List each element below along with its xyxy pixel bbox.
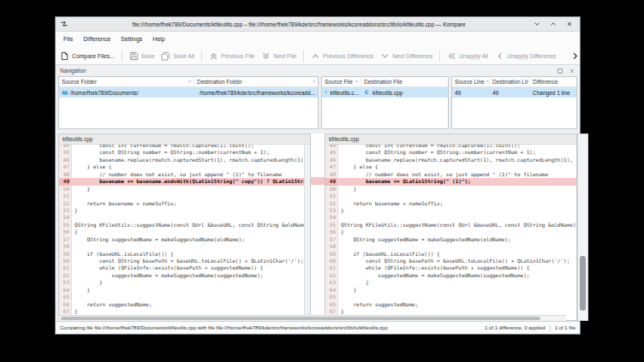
difference-list-row[interactable]: 4949Changed 1 line [452,87,576,98]
win-min-icon [533,20,541,28]
menu-file[interactable]: File [58,32,78,47]
code-line-48[interactable]: 48 // number does not exist, so just app… [59,171,304,178]
vertical-scrollbar[interactable] [577,134,588,321]
line-text: } [72,186,304,193]
code-line-54[interactable]: 54 [325,214,576,221]
compare-files-button[interactable]: Compare Files... [60,51,115,61]
code-line-58[interactable]: 58 [59,243,304,250]
line-text: QString KFileUtils::suggestName(const QU… [338,222,576,228]
code-line-62[interactable]: 62 suggestedName = makeSuggestedName(sug… [59,272,304,279]
code-line-49[interactable]: 49 basename += basename.endsWith(QLatin1… [59,178,304,185]
code-line-53[interactable]: 53} [59,207,304,214]
unapply-difference-button[interactable]: Unapply Difference [495,51,557,61]
code-line-56[interactable]: 56{ [59,228,304,235]
code-line-65[interactable]: 65 [59,294,304,300]
code-line-57[interactable]: 57 QString suggestedName = makeSuggested… [59,236,304,243]
line-number: 52 [325,200,338,207]
column-header-source-folder[interactable]: Source Folder^ [59,77,194,86]
dock-close-icon [569,68,575,74]
maximize-button[interactable] [549,20,558,28]
source-pane-scrollbar[interactable] [304,145,310,320]
diff-pane-destination: kfileutils.cpp 44 const int currentNum =… [325,134,577,321]
code-line-53[interactable]: 53} [325,207,576,214]
code-line-51[interactable]: 51 [325,193,576,199]
code-line-59[interactable]: 59 if (baseURL.isLocalFile()) { [325,251,576,258]
next-file-button[interactable]: Next File [261,51,296,61]
code-line-65[interactable]: 65 [325,294,576,300]
menu-settings[interactable]: Settings [116,32,147,47]
status-separator [550,324,551,332]
column-header-difference[interactable]: Difference [530,77,576,86]
save-all-button[interactable]: Save All [161,51,194,61]
code-line-64[interactable]: 64 } [59,287,304,294]
line-number: 48 [59,171,72,178]
code-line-50[interactable]: 50 } [325,186,576,193]
menu-help[interactable]: Help [147,32,170,47]
code-line-50[interactable]: 50 } [59,186,304,193]
column-header-source-file[interactable]: Source File^ [322,77,361,86]
code-line-64[interactable]: 64 } [325,287,576,294]
code-line-52[interactable]: 52 return basename + nameSuffix; [325,200,576,207]
code-line-45[interactable]: 45 const QString number = QString::numbe… [59,149,304,156]
code-line-54[interactable]: 54 [59,214,304,221]
code-line-61[interactable]: 61 while (QFileInfo::exists(basePath + s… [59,264,304,271]
save-button[interactable]: Save [129,51,155,61]
difference-list-row[interactable]: /home/fhek789/Documents//home/fhek789/kd… [59,87,318,98]
code-line-61[interactable]: 61 while (QFileInfo::exists(basePath + s… [325,264,576,271]
code-line-45[interactable]: 45 const QString number = QString::numbe… [325,149,576,156]
column-header-source-line[interactable]: Source Line^ [452,77,490,86]
difference-list-row[interactable]: Ckfileutils.c...Ckfileutils.cpp [322,87,448,98]
code-line-59[interactable]: 59 if (baseURL.isLocalFile()) { [59,251,304,258]
code-line-48[interactable]: 48 // number does not exist, so just app… [325,171,576,178]
previous-file-button[interactable]: Previous File [209,51,254,61]
code-line-55[interactable]: 55QString KFileUtils::suggestName(const … [325,222,576,228]
code-line-47[interactable]: 47 } else { [325,163,576,170]
horizontal-scrollbar[interactable] [58,315,566,321]
overflow-button[interactable] [570,51,580,61]
code-line-57[interactable]: 57 QString suggestedName = makeSuggested… [325,236,576,243]
float-dock-button[interactable] [557,68,564,74]
row-cell: /home/fhek789/Documents/ [59,87,194,98]
code-line-63[interactable]: 63 } [59,279,304,286]
close-dock-button[interactable] [569,68,575,74]
code-line-56[interactable]: 56{ [325,228,576,235]
code-line-49[interactable]: 49 basename += QLatin1String(" (1)"); [325,178,576,185]
line-number: 57 [325,236,338,243]
code-line-60[interactable]: 60 const QString basePath = baseURL.toLo… [59,258,304,264]
line-number: 50 [59,186,72,193]
line-text: { [72,228,304,235]
destination-code-area[interactable]: 44 const int currentNum = rmatch.capture… [325,145,576,320]
horizontal-scrollbar-handle[interactable] [61,317,540,320]
line-text: if (baseURL.isLocalFile()) { [338,251,576,258]
close-button[interactable] [565,20,574,28]
status-message: Comparing file file:///home/fhek789/Docu… [60,325,485,330]
code-line-62[interactable]: 62 suggestedName = makeSuggestedName(sug… [325,272,576,279]
code-line-46[interactable]: 46 basename.replace(rmatch.capturedStart… [59,157,304,163]
code-line-46[interactable]: 46 basename.replace(rmatch.capturedStart… [325,157,576,163]
code-line-63[interactable]: 63 } [325,279,576,286]
code-line-55[interactable]: 55QString KFileUtils::suggestName(const … [59,222,304,228]
code-line-60[interactable]: 60 const QString basePath = baseURL.toLo… [325,258,576,264]
source-code-area[interactable]: 44 const int currentNum = rmatch.capture… [59,145,304,320]
unapply-all-icon [447,51,456,61]
difference-connector-band [311,177,325,185]
menu-difference[interactable]: Difference [78,32,116,47]
column-header-destination-lir[interactable]: Destination Lir [490,77,530,86]
vertical-scrollbar-handle[interactable] [580,256,586,311]
code-line-66[interactable]: 66 return suggestedName; [325,301,576,308]
diff-view: kfileutils.cpp 44 const int currentNum =… [58,134,577,321]
line-text: suggestedName = makeSuggestedName(sugges… [338,272,576,279]
unapply-all-button[interactable]: Unapply All [447,51,488,61]
column-header-destination-file[interactable]: Destination File [361,77,448,86]
code-line-51[interactable]: 51 [59,193,304,199]
titlebar[interactable]: file:///home/fhek789/Documents/kfileutil… [56,17,580,32]
line-text [338,193,576,199]
column-header-destination-folder[interactable]: Destination Folder^ [194,77,318,86]
code-line-58[interactable]: 58 [325,243,576,250]
code-line-52[interactable]: 52 return basename + nameSuffix; [59,200,304,207]
previous-difference-button[interactable]: Previous Difference [311,51,373,61]
next-difference-button[interactable]: Next Difference [380,51,432,61]
code-line-47[interactable]: 47 } else { [59,163,304,170]
code-line-66[interactable]: 66 return suggestedName; [59,301,304,308]
minimize-button[interactable] [533,20,541,28]
